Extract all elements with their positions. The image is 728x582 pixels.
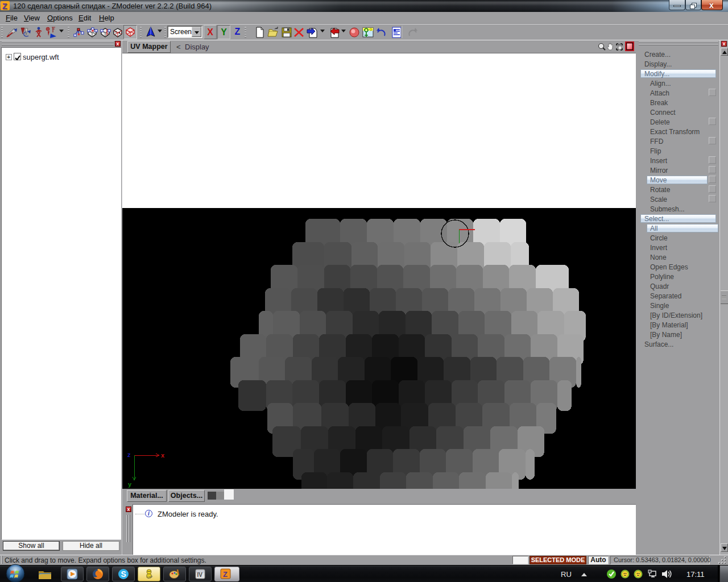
svg-text:x: x: [161, 452, 165, 459]
svg-text:y: y: [128, 481, 132, 488]
svg-text:z: z: [127, 451, 131, 458]
svg-text:Z: Z: [223, 570, 228, 579]
svg-text:IV: IV: [197, 572, 203, 578]
svg-text:S: S: [121, 569, 126, 579]
svg-text:QIP: QIP: [147, 575, 152, 579]
